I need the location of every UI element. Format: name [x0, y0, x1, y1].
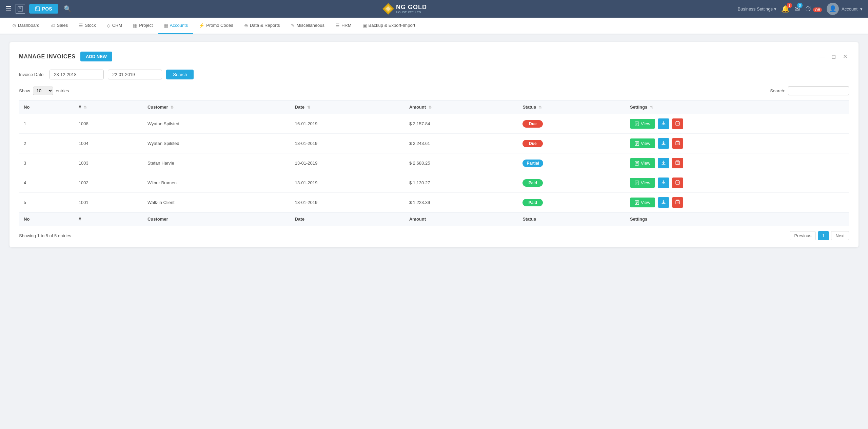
nav-item-accounts[interactable]: ▦ Accounts	[158, 18, 193, 34]
sales-icon: 🏷	[51, 23, 55, 28]
showing-text: Showing 1 to 5 of 5 entries	[19, 233, 71, 238]
action-btns: View	[630, 138, 844, 149]
download-button[interactable]	[658, 178, 669, 188]
col-status[interactable]: Status ⇅	[518, 100, 625, 114]
crop-icon[interactable]	[16, 4, 25, 14]
delete-button[interactable]	[672, 197, 683, 208]
cell-amount: $ 1,130.27	[405, 173, 518, 193]
accounts-icon: ▦	[164, 23, 168, 28]
svg-rect-30	[676, 161, 679, 165]
nav-item-promo[interactable]: ⚡ Promo Codes	[193, 18, 238, 34]
topbar: ☰ POS 🔍 NG GOLD HOUSE PTE. LTD.	[0, 0, 868, 18]
footer-amount: Amount	[405, 212, 518, 226]
svg-rect-24	[676, 141, 679, 142]
svg-rect-51	[676, 200, 679, 201]
table-header-row: No # ⇅ Customer ⇅ Date ⇅ Amount ⇅ Status…	[19, 100, 849, 114]
nav-item-backup[interactable]: ▣ Backup & Export-Import	[357, 18, 421, 34]
date-to-input[interactable]	[108, 70, 162, 79]
maximize-button[interactable]: ◻	[829, 53, 837, 61]
status-badge: Paid	[522, 179, 543, 187]
nav-item-hrm[interactable]: ☰ HRM	[330, 18, 357, 34]
view-button[interactable]: View	[630, 138, 655, 148]
cell-settings: View	[625, 173, 849, 193]
secondary-nav: ⊙ Dashboard 🏷 Sales ☰ Stock ◇ CRM ▦ Proj…	[0, 18, 868, 34]
search-table-input[interactable]	[788, 86, 849, 95]
nav-item-stock[interactable]: ☰ Stock	[73, 18, 101, 34]
nav-item-dashboard[interactable]: ⊙ Dashboard	[7, 18, 45, 34]
col-settings[interactable]: Settings ⇅	[625, 100, 849, 114]
notification-icon[interactable]: 🔔 1	[781, 5, 790, 13]
delete-button[interactable]	[672, 138, 683, 149]
svg-rect-1	[19, 7, 20, 9]
table-row: 4 1002 Wilbur Brumen 13-01-2019 $ 1,130.…	[19, 173, 849, 193]
cell-settings: View	[625, 134, 849, 153]
dashboard-icon: ⊙	[12, 23, 16, 28]
cell-date: 13-01-2019	[290, 134, 405, 153]
download-button[interactable]	[658, 158, 669, 168]
table-row: 5 1001 Walk-in Client 13-01-2019 $ 1,223…	[19, 193, 849, 212]
nav-item-reports[interactable]: ⊕ Data & Reports	[239, 18, 285, 34]
search-right: Search:	[770, 86, 849, 95]
delete-button[interactable]	[672, 158, 683, 168]
nav-item-misc[interactable]: ✎ Miscellaneous	[285, 18, 330, 34]
cell-no: 4	[19, 173, 74, 193]
main-content: MANAGE INVOICES ADD NEW — ◻ ✕ Invoice Da…	[0, 34, 868, 429]
view-button[interactable]: View	[630, 158, 655, 168]
hamburger-icon[interactable]: ☰	[5, 5, 12, 13]
timer-icon[interactable]: ⏱ Off	[805, 5, 822, 13]
window-controls: — ◻ ✕	[818, 53, 849, 61]
pos-button[interactable]: POS	[29, 4, 58, 14]
invoice-card: MANAGE INVOICES ADD NEW — ◻ ✕ Invoice Da…	[9, 42, 859, 247]
nav-item-project[interactable]: ▦ Project	[127, 18, 158, 34]
cell-amount: $ 2,157.84	[405, 114, 518, 134]
biz-settings[interactable]: Business Settings ▾	[738, 6, 776, 12]
col-amount[interactable]: Amount ⇅	[405, 100, 518, 114]
topbar-right: Business Settings ▾ 🔔 1 ✉ 0 ⏱ Off 👤 Acco…	[738, 3, 863, 15]
cell-date: 16-01-2019	[290, 114, 405, 134]
pagination: Previous 1 Next	[790, 231, 849, 240]
status-badge: Due	[522, 120, 543, 128]
date-from-input[interactable]	[50, 70, 104, 79]
footer-settings: Settings	[625, 212, 849, 226]
view-button[interactable]: View	[630, 198, 655, 207]
search-icon[interactable]: 🔍	[64, 5, 71, 13]
nav-item-sales[interactable]: 🏷 Sales	[45, 18, 74, 34]
reports-icon: ⊕	[244, 23, 248, 28]
page-1-button[interactable]: 1	[818, 231, 829, 240]
download-button[interactable]	[658, 138, 669, 149]
search-button[interactable]: Search	[166, 70, 194, 79]
cell-date: 13-01-2019	[290, 193, 405, 212]
col-customer[interactable]: Customer ⇅	[143, 100, 290, 114]
show-entries-row: Show 10 25 50 entries Search:	[19, 86, 849, 95]
footer-hash: #	[74, 212, 143, 226]
hrm-icon: ☰	[335, 23, 340, 28]
table-footer: Showing 1 to 5 of 5 entries Previous 1 N…	[19, 231, 849, 240]
table-footer-row: No # Customer Date Amount Status Setting…	[19, 212, 849, 226]
cell-amount: $ 2,688.25	[405, 153, 518, 173]
col-hash[interactable]: # ⇅	[74, 100, 143, 114]
col-date[interactable]: Date ⇅	[290, 100, 405, 114]
promo-icon: ⚡	[199, 23, 204, 28]
footer-date: Date	[290, 212, 405, 226]
view-button[interactable]: View	[630, 178, 655, 188]
minimize-button[interactable]: —	[818, 53, 826, 61]
svg-rect-15	[676, 121, 679, 122]
message-icon[interactable]: ✉ 0	[794, 5, 800, 13]
add-new-button[interactable]: ADD NEW	[80, 52, 112, 61]
delete-button[interactable]	[672, 118, 683, 129]
download-button[interactable]	[658, 197, 669, 208]
cell-hash: 1001	[74, 193, 143, 212]
svg-rect-21	[676, 142, 679, 145]
next-button[interactable]: Next	[831, 231, 849, 240]
close-button[interactable]: ✕	[841, 53, 849, 61]
stock-icon: ☰	[79, 23, 83, 28]
delete-button[interactable]	[672, 178, 683, 188]
account-area[interactable]: 👤 Account ▾	[827, 3, 863, 15]
view-button[interactable]: View	[630, 119, 655, 129]
entries-select[interactable]: 10 25 50	[33, 87, 53, 95]
show-label: Show	[19, 88, 30, 93]
nav-item-crm[interactable]: ◇ CRM	[101, 18, 128, 34]
cell-amount: $ 2,243.61	[405, 134, 518, 153]
download-button[interactable]	[658, 118, 669, 129]
prev-button[interactable]: Previous	[790, 231, 816, 240]
